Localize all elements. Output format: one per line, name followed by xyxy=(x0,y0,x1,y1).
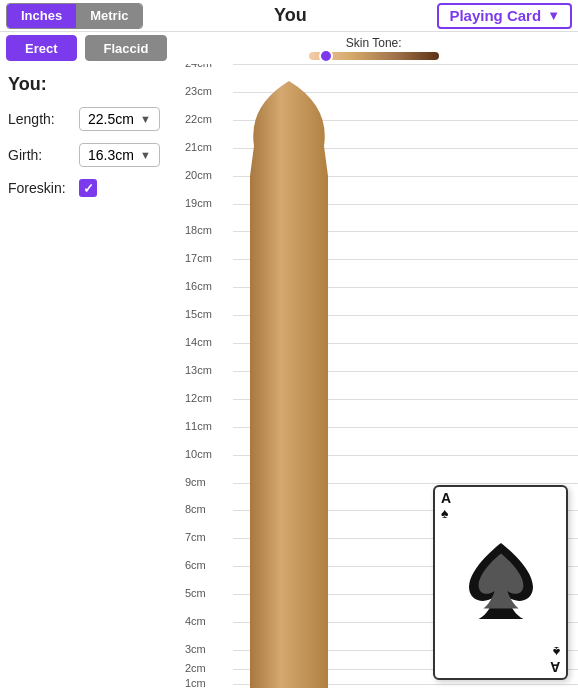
left-panel: You: Length: 22.5cm ▼ Girth: 16.3cm ▼ Fo… xyxy=(0,64,185,688)
ruler-label: 17cm xyxy=(185,252,214,264)
girth-row: Girth: 16.3cm ▼ xyxy=(8,143,177,167)
top-bar: Inches Metric You Playing Card ▼ xyxy=(0,0,578,32)
ruler-label: 10cm xyxy=(185,448,214,460)
length-row: Length: 22.5cm ▼ xyxy=(8,107,177,131)
ruler-label: 21cm xyxy=(185,141,214,153)
ruler-label: 20cm xyxy=(185,169,214,181)
you-header: You: xyxy=(8,74,177,95)
ruler-label: 13cm xyxy=(185,364,214,376)
ruler-label: 16cm xyxy=(185,280,214,292)
state-bar: Erect Flaccid Skin Tone: xyxy=(0,32,578,64)
ruler-label: 7cm xyxy=(185,531,208,543)
length-label: Length: xyxy=(8,111,73,127)
ruler-label: 9cm xyxy=(185,476,208,488)
card-rank-top: A♠ xyxy=(441,491,451,522)
skin-tone-label: Skin Tone: xyxy=(346,36,402,50)
foreskin-row: Foreskin: xyxy=(8,179,177,197)
ruler-label: 11cm xyxy=(185,420,214,432)
skin-tone-thumb[interactable] xyxy=(319,49,333,63)
skin-tone-area: Skin Tone: xyxy=(175,36,572,60)
card-rank-bottom: A♠ xyxy=(550,643,560,674)
ruler-label: 8cm xyxy=(185,503,208,515)
chart-area: 24cm23cm22cm21cm20cm19cm18cm17cm16cm15cm… xyxy=(185,64,578,688)
comparison-label: Playing Card xyxy=(449,7,541,24)
girth-label: Girth: xyxy=(8,147,73,163)
unit-toggle: Inches Metric xyxy=(6,3,143,29)
grid-line xyxy=(233,64,578,65)
comparison-dropdown[interactable]: Playing Card ▼ xyxy=(437,3,572,29)
ruler-label: 22cm xyxy=(185,113,214,125)
girth-value: 16.3cm xyxy=(88,147,134,163)
ruler-label: 15cm xyxy=(185,308,214,320)
flaccid-button[interactable]: Flaccid xyxy=(85,35,168,61)
ruler-label: 4cm xyxy=(185,615,208,627)
girth-select[interactable]: 16.3cm ▼ xyxy=(79,143,160,167)
penis-visualization xyxy=(237,76,342,688)
ruler-label: 3cm xyxy=(185,643,208,655)
ruler-label: 1cm xyxy=(185,677,208,688)
length-arrow-icon: ▼ xyxy=(140,113,151,125)
metric-button[interactable]: Metric xyxy=(76,4,142,28)
chevron-down-icon: ▼ xyxy=(547,8,560,23)
top-center: You xyxy=(143,5,437,26)
foreskin-label: Foreskin: xyxy=(8,180,73,196)
ruler-label: 12cm xyxy=(185,392,214,404)
foreskin-checkbox[interactable] xyxy=(79,179,97,197)
ruler-label: 18cm xyxy=(185,224,214,236)
main-content: You: Length: 22.5cm ▼ Girth: 16.3cm ▼ Fo… xyxy=(0,64,578,688)
ruler-label: 23cm xyxy=(185,85,214,97)
girth-arrow-icon: ▼ xyxy=(140,149,151,161)
ruler-label: 6cm xyxy=(185,559,208,571)
ruler-label: 24cm xyxy=(185,64,214,69)
playing-card: A♠A♠ xyxy=(433,485,568,680)
length-select[interactable]: 22.5cm ▼ xyxy=(79,107,160,131)
skin-tone-slider[interactable] xyxy=(309,52,439,60)
ruler-label: 5cm xyxy=(185,587,208,599)
ruler-label: 14cm xyxy=(185,336,214,348)
you-label: You xyxy=(274,5,307,26)
length-value: 22.5cm xyxy=(88,111,134,127)
ruler-label: 19cm xyxy=(185,197,214,209)
ruler-label: 2cm xyxy=(185,662,208,674)
card-center xyxy=(461,538,541,628)
inches-button[interactable]: Inches xyxy=(7,4,76,28)
erect-button[interactable]: Erect xyxy=(6,35,77,61)
